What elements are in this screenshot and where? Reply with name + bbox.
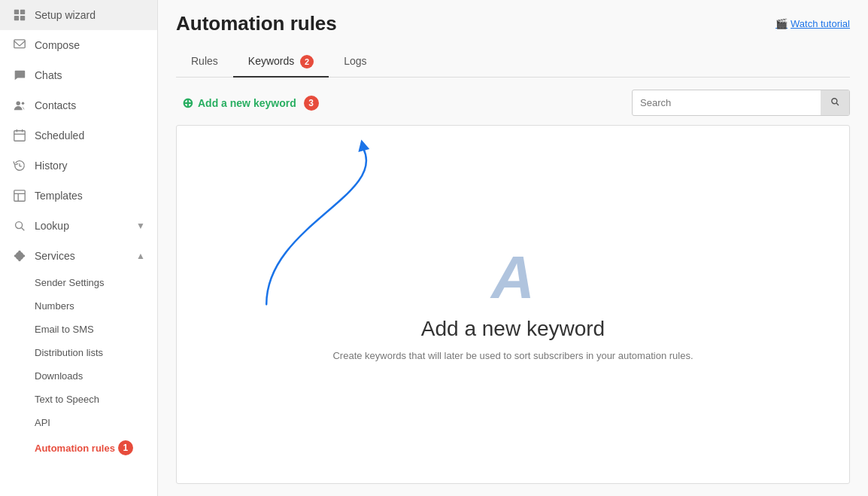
watch-tutorial-link[interactable]: 🎬 Watch tutorial [775,18,850,29]
subitem-label: Text to Speech [35,394,99,405]
subitem-label: Email to SMS [35,324,94,335]
contacts-icon [12,98,27,113]
sidebar-subitem-api[interactable]: API [0,411,157,434]
sidebar-item-templates[interactable]: Templates [0,181,157,211]
subitem-label: Automation rules [35,443,115,454]
sidebar-item-label: Services [35,250,75,262]
watch-tutorial-label: Watch tutorial [791,18,850,29]
subitem-label: Distribution lists [35,347,103,358]
sidebar-item-lookup[interactable]: Lookup ▼ [0,211,157,241]
svg-rect-13 [14,190,25,201]
services-icon [12,248,27,263]
plus-icon: ⊕ [182,95,193,111]
svg-rect-7 [14,131,25,141]
subitem-label: Sender Settings [35,277,105,288]
empty-state-subtitle: Create keywords that will later be used … [332,350,693,361]
sidebar-item-label: Templates [35,190,83,202]
sidebar-item-compose[interactable]: Compose [0,30,157,60]
empty-state-icon: A [491,248,535,308]
sidebar-subitem-numbers[interactable]: Numbers [0,294,157,318]
sidebar-subitem-automation-rules[interactable]: Automation rules 1 [0,434,157,461]
grid-icon [12,8,27,23]
page-header: Automation rules 🎬 Watch tutorial [176,12,850,35]
svg-rect-0 [14,10,19,14]
lookup-icon [12,218,27,233]
tab-rules[interactable]: Rules [176,47,233,78]
subitem-label: Numbers [35,300,74,312]
tab-keywords[interactable]: Keywords 2 [233,47,329,78]
sidebar-item-label: Lookup [35,220,69,232]
svg-point-18 [832,99,837,104]
sidebar-subitem-text-to-speech[interactable]: Text to Speech [0,388,157,411]
sidebar-item-label: History [35,160,68,172]
sidebar-subitem-distribution-lists[interactable]: Distribution lists [0,341,157,364]
subitem-label: API [35,417,50,428]
svg-marker-20 [358,140,369,153]
sidebar-item-history[interactable]: History [0,151,157,181]
automation-rules-badge: 1 [118,440,133,455]
sidebar-item-label: Compose [35,39,80,51]
sidebar-item-chats[interactable]: Chats [0,60,157,90]
sidebar-item-label: Contacts [35,99,76,111]
empty-state-title: Add a new keyword [421,317,605,341]
tab-rules-label: Rules [191,55,218,67]
video-icon: 🎬 [775,18,788,29]
svg-line-17 [22,228,25,231]
page-title: Automation rules [176,12,337,35]
services-submenu: Sender Settings Numbers Email to SMS Dis… [0,271,157,461]
sidebar-item-label: Setup wizard [35,9,96,21]
sidebar-subitem-email-to-sms[interactable]: Email to SMS [0,318,157,341]
sidebar-item-services[interactable]: Services ▲ [0,241,157,271]
keywords-badge: 2 [300,55,314,68]
sidebar-item-label: Chats [35,69,62,81]
tab-logs-label: Logs [344,55,366,67]
svg-point-6 [22,102,25,105]
toolbar: ⊕ Add a new keyword 3 [176,90,850,116]
svg-line-19 [836,103,839,105]
svg-rect-4 [14,40,25,48]
tabs-bar: Rules Keywords 2 Logs [176,47,850,78]
search-button[interactable] [821,90,849,115]
content-area: A Add a new keyword Create keywords that… [176,125,850,484]
tab-keywords-label: Keywords [248,55,294,67]
tab-logs[interactable]: Logs [329,47,381,78]
calendar-icon [12,128,27,143]
sidebar-item-setup-wizard[interactable]: Setup wizard [0,0,157,30]
search-icon [830,96,840,109]
add-keyword-label: Add a new keyword [198,97,296,109]
services-chevron-icon: ▲ [136,251,145,261]
empty-state: A Add a new keyword Create keywords that… [302,218,723,391]
sidebar-item-label: Scheduled [35,129,84,141]
svg-point-5 [17,102,20,105]
svg-rect-1 [20,10,25,14]
main-content: Automation rules 🎬 Watch tutorial Rules … [158,0,868,496]
sidebar-subitem-sender-settings[interactable]: Sender Settings [0,271,157,294]
compose-icon [12,38,27,53]
svg-rect-2 [14,16,19,20]
add-keyword-button[interactable]: ⊕ Add a new keyword 3 [176,90,325,116]
subitem-label: Downloads [35,370,83,382]
svg-rect-3 [20,16,25,20]
add-keyword-step-badge: 3 [304,96,319,111]
sidebar-subitem-downloads[interactable]: Downloads [0,364,157,388]
search-input[interactable] [633,91,821,114]
search-box [632,90,850,116]
sidebar-item-scheduled[interactable]: Scheduled [0,120,157,151]
chat-icon [12,68,27,83]
sidebar-item-contacts[interactable]: Contacts [0,90,157,120]
sidebar: Setup wizard Compose Chats Contacts Sche… [0,0,158,496]
svg-point-16 [16,222,23,229]
lookup-chevron-icon: ▼ [136,221,145,231]
templates-icon [12,188,27,203]
history-icon [12,158,27,173]
